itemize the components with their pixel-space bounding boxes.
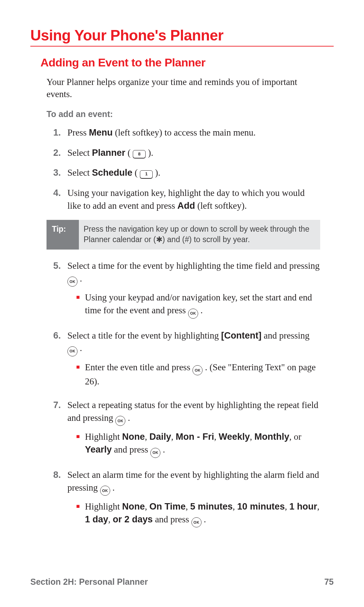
footer-page-number: 75: [324, 577, 334, 587]
step-body: Select Planner ( 8 ).: [67, 147, 320, 160]
step-number: 3.: [53, 167, 67, 179]
page-heading: Using Your Phone's Planner: [30, 27, 334, 47]
procedure-subhead: To add an event:: [47, 109, 334, 119]
substep-list: ■Highlight None, On Time, 5 minutes, 10 …: [67, 500, 320, 527]
page-footer: Section 2H: Personal Planner 75: [30, 577, 334, 587]
substep-list: ■Enter the even title and press OK . (Se…: [67, 361, 320, 388]
step-4: 4. Using your navigation key, highlight …: [53, 187, 320, 212]
step-body: Select an alarm time for the event by hi…: [67, 469, 320, 531]
substep: ■Enter the even title and press OK . (Se…: [67, 361, 320, 388]
section-heading: Adding an Event to the Planner: [40, 56, 334, 69]
ok-button-icon: OK: [150, 448, 160, 458]
ok-button-icon: OK: [100, 486, 110, 496]
substep-list: ■Highlight None, Daily, Mon - Fri, Weekl…: [67, 431, 320, 458]
step-list-continued: 5. Select a time for the event by highli…: [53, 260, 320, 531]
step-number: 6.: [53, 329, 67, 392]
step-number: 8.: [53, 469, 67, 531]
tip-body: Press the navigation key up or down to s…: [79, 220, 320, 250]
step-3: 3. Select Schedule ( 1 ).: [53, 167, 320, 179]
intro-paragraph: Your Planner helps organize your time an…: [47, 76, 320, 100]
step-7: 7. Select a repeating status for the eve…: [53, 399, 320, 461]
bullet-icon: ■: [76, 431, 85, 458]
step-list: 1. Press Menu (left softkey) to access t…: [53, 126, 320, 212]
ok-button-icon: OK: [67, 346, 78, 356]
ok-button-icon: OK: [67, 277, 78, 287]
step-body: Using your navigation key, highlight the…: [67, 187, 320, 212]
step-1: 1. Press Menu (left softkey) to access t…: [53, 126, 320, 139]
step-number: 1.: [53, 126, 67, 139]
keycap-1-icon: 1: [140, 170, 153, 178]
ok-button-icon: OK: [191, 517, 202, 527]
step-2: 2. Select Planner ( 8 ).: [53, 147, 320, 160]
keycap-8-icon: 8: [133, 150, 146, 158]
step-6: 6. Select a title for the event by highl…: [53, 329, 320, 392]
step-body: Select Schedule ( 1 ).: [67, 167, 320, 179]
substep-list: ■Using your keypad and/or navigation key…: [67, 291, 320, 318]
bullet-icon: ■: [76, 291, 85, 318]
step-body: Select a repeating status for the event …: [67, 399, 320, 461]
step-number: 7.: [53, 399, 67, 461]
step-number: 5.: [53, 260, 67, 322]
step-body: Select a time for the event by highlight…: [67, 260, 320, 322]
tip-label: Tip:: [47, 220, 79, 250]
step-body: Select a title for the event by highligh…: [67, 329, 320, 392]
step-number: 2.: [53, 147, 67, 160]
bullet-icon: ■: [76, 500, 85, 527]
step-5: 5. Select a time for the event by highli…: [53, 260, 320, 322]
step-number: 4.: [53, 187, 67, 212]
ok-button-icon: OK: [188, 309, 198, 319]
substep: ■Using your keypad and/or navigation key…: [67, 291, 320, 318]
ok-button-icon: OK: [192, 365, 203, 375]
bullet-icon: ■: [76, 361, 85, 388]
tip-callout: Tip: Press the navigation key up or down…: [47, 220, 320, 250]
substep: ■Highlight None, Daily, Mon - Fri, Weekl…: [67, 431, 320, 458]
footer-section: Section 2H: Personal Planner: [30, 577, 148, 587]
substep: ■Highlight None, On Time, 5 minutes, 10 …: [67, 500, 320, 527]
step-8: 8. Select an alarm time for the event by…: [53, 469, 320, 531]
step-body: Press Menu (left softkey) to access the …: [67, 126, 320, 139]
ok-button-icon: OK: [115, 416, 125, 426]
